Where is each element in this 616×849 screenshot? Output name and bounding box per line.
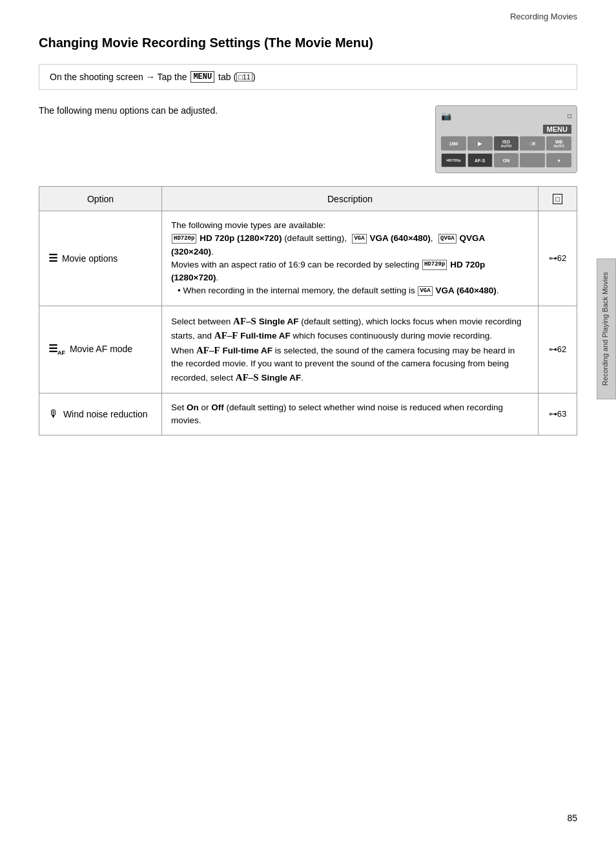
movie-af-label: Movie AF mode [70,344,132,354]
single-af-label: Single AF [259,317,299,326]
cam-cell-iso: ISOAUTO [494,136,519,151]
cam-cell-on: ON [494,153,519,167]
vga-text2: VGA (640×480) [435,286,496,295]
menu-keyword: MENU [190,71,214,83]
aff-label2: AF–F [196,345,220,355]
option-wind-noise: 🎙 Wind noise reduction [39,393,162,435]
instruction-suffix: tab ( [218,72,236,82]
col-header-description: Description [162,187,539,211]
bullet-note: • When recording in the internal memory,… [178,286,499,295]
wind-noise-icon: 🎙 [48,408,59,419]
movie-af-ref: ⊶62 [539,306,577,393]
hd720-text: HD 720p (1280×720) [200,233,282,243]
camera-menu-label: MENU [543,125,571,134]
movie-options-icon: ☰ [48,253,57,264]
wind-noise-description: Set On or Off (default setting) to selec… [162,393,539,435]
vga-tag: VGA [352,234,366,244]
col-header-option: Option [39,187,162,211]
option-movie-options: ☰ Movie options [39,211,162,306]
cam-cell-16m: 16M [441,136,466,151]
table-row: 🎙 Wind noise reduction Set On or Off (de… [39,393,577,435]
page-title: Changing Movie Recording Settings (The M… [39,34,577,51]
vga-tag2: VGA [418,286,432,297]
table-row: ☰ Movie options The following movie type… [39,211,577,306]
instruction-page-ref: □11 [236,72,252,81]
instruction-middle: Tap the [158,72,187,82]
options-table: Option Description □ ☰ Movie options The… [39,186,577,435]
hd720-tag2: HD720p [422,260,447,270]
table-row: ☰AF Movie AF mode Select between AF–S Si… [39,306,577,393]
intro-text: The following menu options can be adjust… [39,105,422,116]
movie-options-ref: ⊶62 [539,211,577,306]
off-label: Off [211,403,224,412]
option-movie-af: ☰AF Movie AF mode [39,306,162,393]
fulltime-af-label: Full-time AF [240,331,291,341]
movie-options-label: Movie options [62,253,118,264]
page-number: 85 [567,813,577,823]
ref-arrow3: ⊶ [549,409,557,419]
fulltime-af-label2: Full-time AF [222,346,272,355]
book-icon: □ [553,194,562,204]
afs-label2: AF–S [236,372,259,383]
instruction-prefix: On the shooting screen [50,72,143,82]
camera-small-icon: □ [568,112,571,120]
single-af-label2: Single AF [261,373,301,383]
intro-section: The following menu options can be adjust… [39,105,577,173]
page-header: Recording Movies [0,0,616,28]
cam-cell-wb: WBAUTO [546,136,571,151]
aff-label: AF–F [214,330,238,341]
table-header-row: Option Description □ [39,187,577,211]
header-text: Recording Movies [510,12,577,21]
hd720-tag: HD720p [172,234,196,244]
wind-noise-label: Wind noise reduction [63,409,148,419]
movie-af-description: Select between AF–S Single AF (default s… [162,306,539,393]
vga-text: VGA (640×480) [369,233,430,243]
movie-options-description: The following movie types are available:… [162,211,539,306]
qvga-tag: QVGA [438,234,457,244]
side-tab: Recording and Playing Back Movies [597,258,616,399]
ref-arrow2: ⊶ [549,344,557,354]
col-header-ref: □ [539,187,577,211]
instruction-arrow: → [146,72,155,82]
cam-cell-hd720: HD720p [441,153,466,167]
cam-cell-settings: ♦ [546,153,571,167]
camera-ui-mockup: 📷 □ MENU 16M ▶ ISOAUTO □R WBAUTO HD720p … [435,105,577,173]
camera-top-bar: 📷 □ [441,111,571,121]
cam-cell-r: □R [520,136,545,151]
wind-noise-ref: ⊶63 [539,393,577,435]
afs-label: AF–S [233,316,256,326]
cam-cell-afs: AF-S [467,153,493,167]
movie-af-icon: ☰AF [48,343,65,354]
camera-grid-row2: HD720p AF-S ON ♦ [441,153,571,167]
instruction-box: On the shooting screen → Tap the MENU ta… [39,64,577,90]
ref-arrow1: ⊶ [549,253,557,263]
on-label: On [187,403,199,412]
main-content: Changing Movie Recording Settings (The M… [0,28,616,461]
cam-cell-empty [520,153,545,167]
cam-cell-play: ▶ [467,136,493,151]
camera-grid-row1: 16M ▶ ISOAUTO □R WBAUTO [441,136,571,151]
camera-icon: 📷 [441,111,451,121]
